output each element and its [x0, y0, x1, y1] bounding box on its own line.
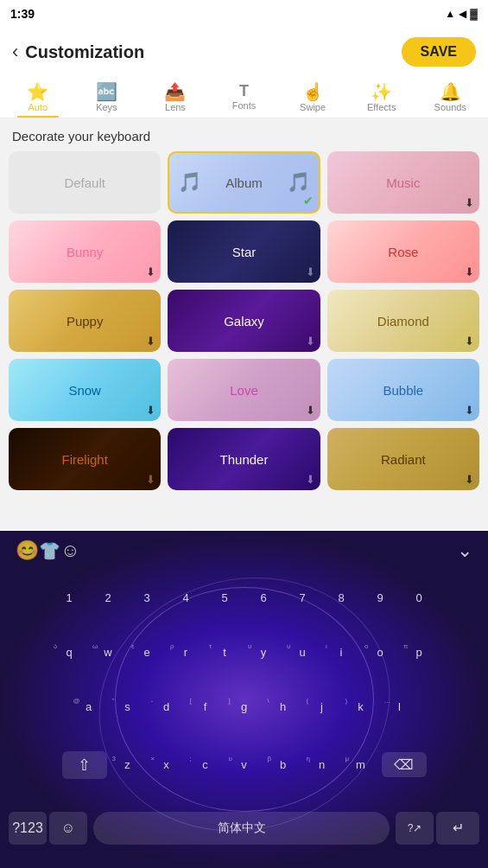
theme-diamond-label: Diamond — [377, 314, 429, 329]
save-button[interactable]: SAVE — [402, 37, 476, 67]
header: ‹ Customization SAVE — [0, 28, 488, 76]
theme-thunder[interactable]: Thunder ⬇ — [168, 428, 320, 490]
kb-key-2[interactable]: 2 — [90, 587, 126, 609]
kb-key-9[interactable]: 9 — [362, 587, 398, 609]
kb-emoji-icon[interactable]: 😊 — [16, 539, 39, 562]
kb-key-6[interactable]: 6 — [245, 587, 282, 609]
tab-lens[interactable]: 📤 Lens — [141, 76, 210, 118]
theme-galaxy[interactable]: Galaxy ⬇ — [168, 290, 320, 352]
kb-row-zxcv: ⇧ 3z ×x ;c υv βb ηn μm ⌫ — [5, 751, 483, 779]
kb-key-g[interactable]: ]g — [226, 696, 263, 718]
theme-radiant[interactable]: Radiant ⬇ — [327, 428, 479, 490]
theme-default[interactable]: Default — [9, 151, 161, 214]
theme-star[interactable]: Star ⬇ — [168, 220, 320, 283]
kb-key-b[interactable]: βb — [265, 754, 301, 775]
tab-effects[interactable]: ✨ Effects — [347, 76, 416, 118]
kb-key-s[interactable]: "s — [110, 696, 146, 718]
kb-key-e[interactable]: εe — [129, 641, 165, 663]
theme-grid: Default 🎵 Album 🎵 ✔ Music ⬇ Bunny ⬇ Star… — [0, 151, 488, 499]
thunder-download-icon: ⬇ — [306, 473, 315, 486]
kb-key-p[interactable]: πp — [401, 641, 437, 663]
theme-snow[interactable]: Snow ⬇ — [9, 359, 161, 421]
theme-radiant-label: Radiant — [381, 452, 426, 467]
kb-lang-key[interactable]: ?↗ — [396, 812, 434, 845]
kb-key-8[interactable]: 8 — [323, 587, 359, 609]
kb-key-0[interactable]: 0 — [401, 587, 437, 609]
kb-key-d[interactable]: -d — [149, 696, 185, 718]
kb-key-l[interactable]: …l — [382, 696, 418, 718]
swipe-icon: ☝ — [302, 83, 324, 100]
kb-shirt-icon[interactable]: 👕 — [39, 540, 60, 561]
tab-effects-label: Effects — [367, 102, 396, 112]
theme-bubble[interactable]: Bubble ⬇ — [327, 359, 479, 421]
kb-key-u[interactable]: υu — [284, 641, 320, 663]
theme-star-label: Star — [232, 245, 257, 259]
kb-key-c[interactable]: ;c — [187, 754, 224, 775]
kb-key-1[interactable]: 1 — [51, 587, 87, 609]
kb-delete-key[interactable]: ⌫ — [382, 752, 427, 777]
theme-puppy[interactable]: Puppy ⬇ — [9, 290, 161, 352]
tab-sounds-label: Sounds — [434, 102, 466, 112]
kb-key-4[interactable]: 4 — [168, 587, 204, 609]
kb-key-j[interactable]: (j — [304, 696, 340, 718]
tab-auto-label: Auto — [28, 102, 48, 112]
kb-key-r[interactable]: ρr — [168, 641, 204, 663]
tab-swipe[interactable]: ☝ Swipe — [278, 76, 347, 118]
kb-key-m[interactable]: μm — [343, 754, 379, 775]
back-button[interactable]: ‹ — [12, 41, 18, 63]
kb-shift-key[interactable]: ⇧ — [62, 751, 107, 779]
theme-diamond[interactable]: Diamond ⬇ — [327, 290, 479, 352]
kb-bottom-face-key[interactable]: ☺ — [49, 812, 87, 845]
theme-music[interactable]: Music ⬇ — [327, 151, 479, 214]
theme-snow-label: Snow — [68, 383, 101, 398]
kb-key-f[interactable]: [f — [187, 696, 224, 718]
diamond-download-icon: ⬇ — [465, 335, 474, 348]
theme-bunny[interactable]: Bunny ⬇ — [9, 220, 161, 283]
puppy-download-icon: ⬇ — [146, 335, 155, 348]
kb-key-a[interactable]: @a — [71, 696, 107, 718]
kb-key-o[interactable]: οo — [362, 641, 398, 663]
fonts-icon: T — [239, 83, 249, 99]
kb-key-3[interactable]: 3 — [129, 587, 165, 609]
kb-key-h[interactable]: \h — [265, 696, 301, 718]
kb-space-key[interactable]: 简体中文 — [93, 812, 390, 845]
tab-keys[interactable]: 🔤 Keys — [73, 76, 142, 118]
bunny-download-icon: ⬇ — [146, 265, 155, 278]
decorate-title: Decorate your keyboard — [12, 129, 150, 144]
tab-bar: ⭐ Auto 🔤 Keys 📤 Lens T Fonts ☝ Swipe ✨ E… — [0, 76, 488, 118]
auto-icon: ⭐ — [27, 83, 48, 100]
keyboard-rows: 1 2 3 4 5 6 7 8 9 0 აq ωw εe ρr τt υy υu… — [0, 571, 488, 868]
tab-auto[interactable]: ⭐ Auto — [3, 76, 73, 118]
theme-album[interactable]: 🎵 Album 🎵 ✔ — [168, 151, 320, 214]
kb-key-n[interactable]: ηn — [304, 754, 340, 775]
tab-fonts[interactable]: T Fonts — [210, 76, 279, 118]
tab-sounds[interactable]: 🔔 Sounds — [415, 76, 485, 118]
kb-key-t[interactable]: τt — [206, 641, 243, 663]
decorate-section: Decorate your keyboard — [0, 118, 488, 151]
theme-firelight[interactable]: Firelight ⬇ — [9, 428, 161, 490]
kb-face-icon[interactable]: ☺ — [60, 539, 79, 562]
battery-icon: ▓ — [470, 8, 478, 20]
kb-key-x[interactable]: ×x — [149, 754, 185, 775]
theme-love[interactable]: Love ⬇ — [168, 359, 320, 421]
kb-key-z[interactable]: 3z — [110, 754, 146, 775]
kb-key-y[interactable]: υy — [245, 641, 282, 663]
keyboard-top-bar: 😊 👕 ☺ ⌄ — [0, 531, 488, 571]
kb-bottom-emoji-key[interactable]: ?123 — [9, 812, 47, 845]
kb-key-q[interactable]: აq — [51, 641, 87, 663]
kb-key-v[interactable]: υv — [226, 754, 263, 775]
music-download-icon: ⬇ — [465, 196, 474, 209]
kb-key-5[interactable]: 5 — [206, 587, 243, 609]
kb-key-w[interactable]: ωw — [90, 641, 126, 663]
kb-key-i[interactable]: ιi — [323, 641, 359, 663]
kb-collapse-icon[interactable]: ⌄ — [457, 539, 472, 562]
kb-key-7[interactable]: 7 — [284, 587, 320, 609]
kb-enter-key[interactable]: ↵ — [436, 812, 479, 845]
header-left: ‹ Customization — [12, 41, 144, 63]
snow-download-icon: ⬇ — [146, 404, 155, 417]
theme-firelight-label: Firelight — [61, 452, 107, 467]
theme-rose[interactable]: Rose ⬇ — [327, 220, 479, 283]
kb-key-k[interactable]: )k — [343, 696, 379, 718]
page-title: Customization — [25, 42, 144, 62]
status-time: 1:39 — [10, 7, 35, 21]
